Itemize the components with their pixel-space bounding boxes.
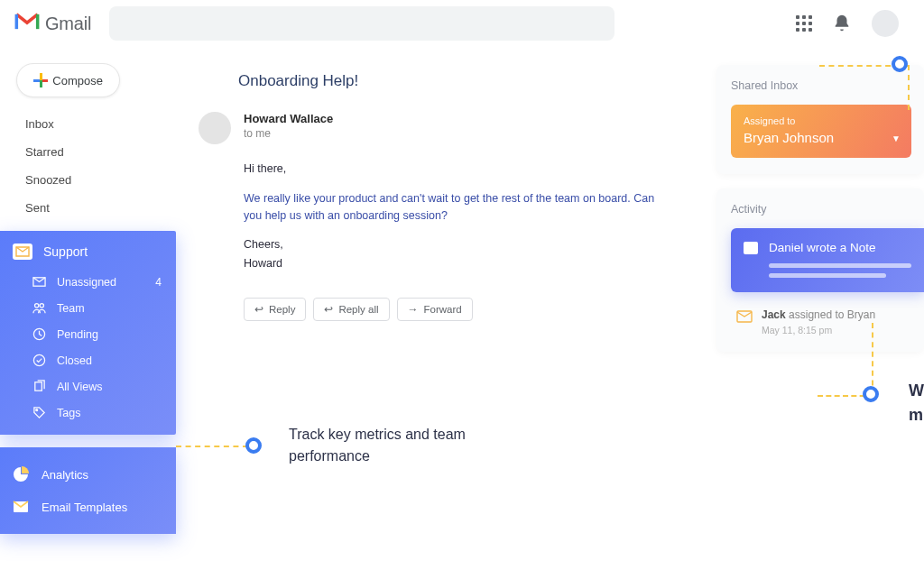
compose-label: Compose	[52, 74, 103, 87]
assigned-label: Assigned to	[744, 115, 899, 126]
gmail-logo-icon	[14, 12, 40, 35]
email-signature: Howard	[244, 255, 668, 272]
inbox-icon	[13, 244, 32, 260]
app-name: Gmail	[45, 14, 91, 34]
reply-all-arrow-icon: ↩	[324, 303, 333, 316]
reply-arrow-icon: ↩	[254, 303, 263, 316]
activity-card: Activity Daniel wrote a Note Jack assign…	[716, 188, 924, 352]
search-input[interactable]	[109, 6, 614, 41]
right-panel: Shared Inbox Assigned to Bryan Johnson ▼…	[716, 65, 924, 366]
notifications-icon[interactable]	[832, 14, 852, 33]
analytics-item[interactable]: Analytics	[0, 458, 176, 491]
support-team[interactable]: Team	[0, 295, 176, 321]
user-avatar[interactable]	[872, 10, 899, 37]
connector-dot	[863, 386, 879, 402]
check-circle-icon	[32, 354, 46, 367]
sidebar: Compose Inbox Starred Snoozed Sent Suppo…	[0, 54, 176, 534]
support-item-label: Tags	[57, 407, 80, 419]
chevron-down-icon: ▼	[892, 133, 901, 143]
support-item-label: Pending	[57, 328, 98, 341]
mail-template-icon	[13, 499, 29, 515]
tag-icon	[32, 406, 46, 419]
apps-grid-icon[interactable]	[796, 15, 812, 32]
nav-list: Inbox Starred Snoozed Sent	[0, 110, 176, 222]
templates-item[interactable]: Email Templates	[0, 491, 176, 523]
activity-time: May 11, 8:15 pm	[762, 325, 875, 335]
plus-icon	[33, 73, 43, 87]
recipient-line: to me	[244, 127, 333, 140]
team-icon	[32, 301, 46, 315]
note-line	[769, 273, 886, 278]
support-header[interactable]: Support	[0, 231, 176, 269]
shared-inbox-title: Shared Inbox	[731, 79, 911, 92]
nav-snoozed[interactable]: Snoozed	[0, 166, 176, 194]
nav-sent[interactable]: Sent	[0, 194, 176, 222]
sender-name: Howard Wallace	[244, 112, 333, 125]
connector-line	[872, 323, 873, 395]
reply-all-button[interactable]: ↩Reply all	[313, 298, 389, 321]
compose-button[interactable]: Compose	[16, 63, 120, 97]
email-greeting: Hi there,	[244, 161, 668, 178]
note-icon	[744, 242, 758, 254]
support-closed[interactable]: Closed	[0, 347, 176, 373]
cutoff-text: W m	[909, 379, 924, 427]
unassigned-count: 4	[155, 276, 162, 289]
templates-label: Email Templates	[42, 501, 127, 514]
pie-chart-icon	[13, 466, 29, 482]
app-header: Gmail	[0, 0, 924, 47]
copy-icon	[32, 380, 46, 393]
analytics-label: Analytics	[42, 468, 88, 482]
activity-text: Jack assigned to Bryan	[762, 308, 875, 321]
forward-button[interactable]: →Forward	[397, 298, 473, 321]
assigned-selector[interactable]: Assigned to Bryan Johnson ▼	[731, 105, 911, 158]
connector-line	[176, 446, 248, 447]
connector-dot	[892, 56, 908, 72]
email-signoff: Cheers,	[244, 236, 668, 253]
envelope-icon	[32, 275, 46, 289]
support-item-label: Closed	[57, 354, 92, 367]
email-view: Onboarding Help! Howard Wallace to me Hi…	[199, 72, 668, 321]
support-item-label: Unassigned	[57, 276, 116, 289]
activity-title: Activity	[731, 203, 924, 216]
svg-point-4	[33, 354, 44, 365]
nav-inbox[interactable]: Inbox	[0, 110, 176, 138]
activity-note[interactable]: Daniel wrote a Note	[731, 228, 924, 292]
shared-inbox-card: Shared Inbox Assigned to Bryan Johnson ▼	[716, 65, 924, 174]
forward-arrow-icon: →	[408, 303, 419, 316]
support-title: Support	[43, 244, 88, 259]
email-body: Hi there, We really like your product an…	[244, 161, 668, 272]
support-pending[interactable]: Pending	[0, 321, 176, 347]
clock-icon	[32, 327, 46, 341]
support-tags[interactable]: Tags	[0, 400, 176, 426]
note-text: Daniel wrote a Note	[769, 241, 876, 254]
activity-entry: Jack assigned to Bryan May 11, 8:15 pm	[731, 308, 924, 335]
header-actions	[796, 10, 899, 37]
nav-starred[interactable]: Starred	[0, 138, 176, 166]
svg-point-1	[35, 304, 39, 308]
sender-avatar	[199, 112, 231, 144]
support-item-label: All Views	[57, 381, 102, 393]
support-allviews[interactable]: All Views	[0, 373, 176, 400]
envelope-outline-icon	[736, 310, 753, 323]
svg-point-2	[40, 304, 43, 308]
support-item-label: Team	[57, 302, 85, 315]
reply-button[interactable]: ↩Reply	[244, 298, 306, 321]
email-body-text: We really like your product and can't wa…	[244, 190, 668, 225]
email-actions: ↩Reply ↩Reply all →Forward	[244, 298, 668, 321]
logo: Gmail	[14, 12, 91, 35]
support-unassigned[interactable]: Unassigned 4	[0, 269, 176, 295]
connector-dot	[245, 437, 262, 454]
support-section: Support Unassigned 4 Team Pending Closed…	[0, 231, 176, 435]
email-subject: Onboarding Help!	[238, 72, 668, 90]
svg-rect-5	[35, 382, 42, 391]
note-line	[769, 263, 911, 268]
svg-point-6	[36, 409, 38, 411]
annotation-track-text: Track key metrics and team performance	[289, 424, 505, 467]
assigned-name: Bryan Johnson	[744, 130, 899, 145]
tools-section: Analytics Email Templates	[0, 447, 176, 534]
connector-line	[908, 65, 910, 110]
